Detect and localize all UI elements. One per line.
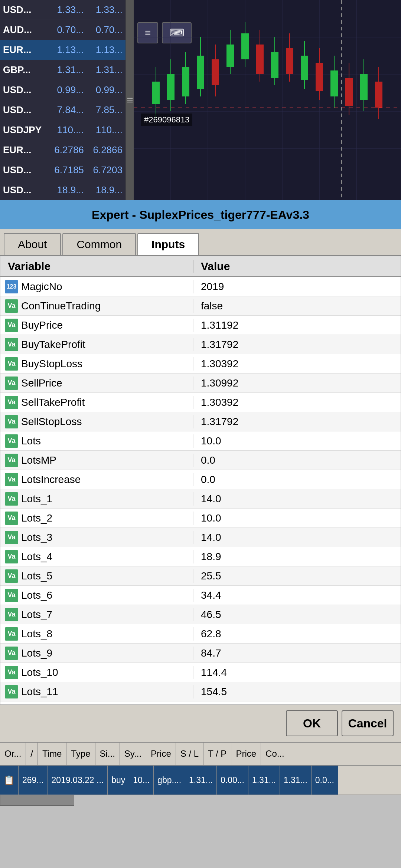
table-cell-variable: Va Lots_11: [0, 685, 193, 698]
market-price2: 6.2866: [84, 144, 123, 156]
table-cell-value[interactable]: 10.0: [193, 512, 401, 524]
table-cell-value[interactable]: 1.31792: [193, 416, 401, 428]
variable-name: Lots_5: [21, 570, 52, 582]
table-cell-value[interactable]: 25.5: [193, 570, 401, 582]
market-row[interactable]: USD... 0.99... 0.99...: [0, 80, 125, 100]
variable-name: Lots_4: [21, 551, 52, 563]
table-row[interactable]: Va SellStopLoss 1.31792: [0, 412, 401, 431]
table-cell-variable: Va SellTakeProfit: [0, 396, 193, 409]
market-row[interactable]: USD... 6.7185 6.7203: [0, 160, 125, 180]
variable-name: Lots_10: [21, 667, 58, 678]
table-row[interactable]: Va SellPrice 1.30992: [0, 374, 401, 393]
market-row[interactable]: AUD... 0.70... 0.70...: [0, 20, 125, 40]
tab-inputs[interactable]: Inputs: [137, 233, 199, 255]
market-name: GBP...: [3, 64, 45, 76]
table-row[interactable]: Va BuyStopLoss 1.30392: [0, 354, 401, 374]
ok-button[interactable]: OK: [286, 710, 338, 736]
svg-rect-15: [182, 67, 189, 96]
table-row[interactable]: Va Lots_6 34.4: [0, 586, 401, 605]
table-cell-value[interactable]: 154.5: [193, 686, 401, 698]
table-cell-value[interactable]: false: [193, 300, 401, 312]
table-cell-value[interactable]: 0.0: [193, 454, 401, 466]
scroll-divider[interactable]: [126, 0, 134, 200]
table-cell-value[interactable]: 1.31192: [193, 319, 401, 331]
table-row[interactable]: Va Lots_9 84.7: [0, 644, 401, 663]
table-row[interactable]: Va Lots_10 114.4: [0, 663, 401, 682]
table-cell-value[interactable]: 114.4: [193, 667, 401, 678]
market-row[interactable]: USD... 18.9... 18.9...: [0, 180, 125, 200]
market-name: USD...: [3, 4, 45, 16]
table-cell-value[interactable]: 1.30392: [193, 397, 401, 408]
market-row[interactable]: USD... 7.84... 7.85...: [0, 100, 125, 120]
market-row[interactable]: GBP... 1.31... 1.31...: [0, 60, 125, 80]
cancel-button[interactable]: Cancel: [342, 710, 394, 736]
market-price2: 1.13...: [84, 44, 123, 56]
svg-rect-41: [375, 82, 382, 108]
order-type: buy: [108, 766, 129, 795]
order-comment: 0.0...: [312, 766, 338, 795]
table-cell-variable: Va Lots_1: [0, 492, 193, 506]
tab-about[interactable]: About: [4, 233, 61, 255]
order-time: 2019.03.22 ...: [48, 766, 108, 795]
order-sl: 0.00...: [217, 766, 248, 795]
scrollbar-thumb[interactable]: [0, 795, 74, 806]
variable-icon: Va: [5, 569, 18, 583]
table-cell-value[interactable]: 1.30992: [193, 377, 401, 389]
table-row[interactable]: Va BuyPrice 1.31192: [0, 316, 401, 335]
order-tp: 1.31...: [248, 766, 280, 795]
variable-name: LotsMP: [21, 454, 56, 466]
table-cell-value[interactable]: 62.8: [193, 628, 401, 640]
market-name: EUR...: [3, 44, 45, 56]
table-cell-value[interactable]: 2019: [193, 281, 401, 293]
table-row[interactable]: Va ConTinueTrading false: [0, 296, 401, 316]
table-cell-value[interactable]: 0.0: [193, 474, 401, 486]
table-cell-variable: Va LotsIncrease: [0, 473, 193, 486]
table-row[interactable]: Va Lots_12 208.5: [0, 701, 401, 705]
table-cell-variable: Va BuyTakeProfit: [0, 338, 193, 351]
variable-icon: Va: [5, 319, 18, 332]
table-cell-variable: Va LotsMP: [0, 454, 193, 467]
tab-common[interactable]: Common: [62, 233, 136, 255]
main-content[interactable]: Variable Value 123 MagicNo 2019 Va ConTi…: [0, 256, 401, 705]
variable-icon: Va: [5, 589, 18, 602]
market-name: USDJPY: [3, 124, 45, 136]
table-row[interactable]: Va Lots_7 46.5: [0, 605, 401, 624]
table-cell-value[interactable]: 14.0: [193, 532, 401, 543]
table-row[interactable]: Va Lots_8 62.8: [0, 624, 401, 644]
svg-rect-35: [330, 70, 338, 96]
svg-rect-11: [152, 82, 160, 104]
table-row[interactable]: 123 MagicNo 2019: [0, 277, 401, 296]
table-cell-value[interactable]: 14.0: [193, 493, 401, 505]
table-row[interactable]: Va Lots_2 10.0: [0, 509, 401, 528]
table-cell-value[interactable]: 1.30392: [193, 358, 401, 370]
table-cell-variable: Va ConTinueTrading: [0, 299, 193, 313]
table-row[interactable]: Va Lots_5 25.5: [0, 566, 401, 586]
table-row[interactable]: Va Lots_4 18.9: [0, 547, 401, 566]
table-row[interactable]: Va BuyTakeProfit 1.31792: [0, 335, 401, 354]
market-price1: 1.31...: [45, 64, 84, 76]
market-row[interactable]: USD... 1.33... 1.33...: [0, 0, 125, 20]
variable-name: Lots_11: [21, 686, 58, 698]
market-name: USD...: [3, 84, 45, 96]
svg-rect-19: [212, 59, 219, 85]
table-cell-value[interactable]: 18.9: [193, 551, 401, 563]
bottom-scrollbar[interactable]: [0, 795, 401, 806]
table-cell-value[interactable]: 10.0: [193, 435, 401, 447]
svg-rect-37: [345, 78, 353, 106]
table-row[interactable]: Va Lots 10.0: [0, 431, 401, 451]
table-row[interactable]: Va Lots_3 14.0: [0, 528, 401, 547]
table-cell-value[interactable]: 84.7: [193, 647, 401, 659]
market-row[interactable]: USDJPY 110.... 110....: [0, 120, 125, 140]
table-row[interactable]: Va Lots_1 14.0: [0, 489, 401, 509]
variable-name: LotsIncrease: [21, 474, 81, 486]
market-row[interactable]: EUR... 1.13... 1.13...: [0, 40, 125, 60]
market-row[interactable]: EUR... 6.2786 6.2866: [0, 140, 125, 160]
table-cell-value[interactable]: 34.4: [193, 589, 401, 601]
table-cell-value[interactable]: 46.5: [193, 609, 401, 621]
table-row[interactable]: Va LotsMP 0.0: [0, 451, 401, 470]
table-row[interactable]: Va Lots_11 154.5: [0, 682, 401, 701]
table-row[interactable]: Va SellTakeProfit 1.30392: [0, 393, 401, 412]
variable-name: BuyStopLoss: [21, 358, 82, 370]
table-row[interactable]: Va LotsIncrease 0.0: [0, 470, 401, 489]
table-cell-value[interactable]: 1.31792: [193, 339, 401, 351]
